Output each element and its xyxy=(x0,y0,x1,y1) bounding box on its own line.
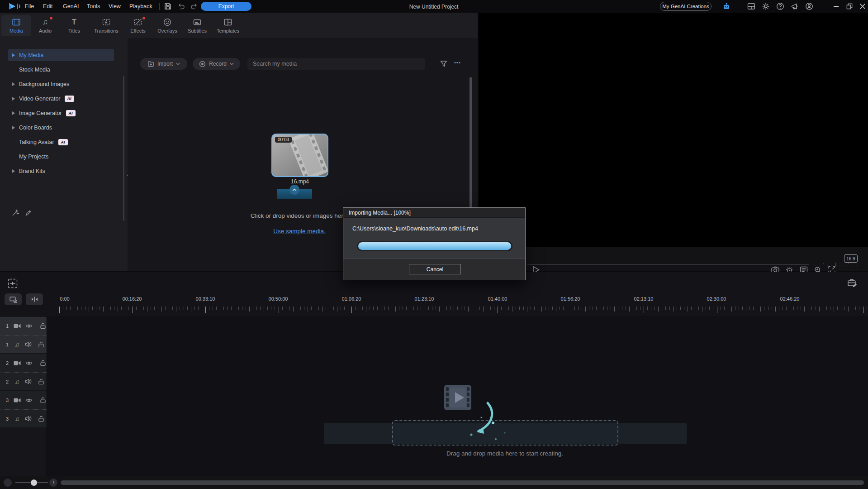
aspect-ratio-badge[interactable]: 16:9 xyxy=(844,254,858,263)
record-icon xyxy=(199,61,206,67)
unlock-icon[interactable] xyxy=(40,360,46,366)
track-header-video-2[interactable]: 2 xyxy=(0,354,47,372)
ai-badge: AI xyxy=(58,139,68,145)
layout-icon[interactable] xyxy=(747,2,755,10)
import-button[interactable]: Import xyxy=(140,58,187,70)
sidebar-item-video-generator[interactable]: Video Generator AI xyxy=(8,92,114,105)
sidebar-item-color-boards[interactable]: Color Boards xyxy=(8,121,114,134)
chevron-down-icon xyxy=(230,62,234,65)
dialog-footer: Cancel xyxy=(343,259,525,280)
more-options-icon[interactable]: ••• xyxy=(454,60,461,65)
sidebar-item-my-projects[interactable]: My Projects xyxy=(8,150,114,163)
eye-visibility-icon[interactable] xyxy=(25,398,33,403)
help-icon[interactable] xyxy=(776,2,784,10)
expand-arrow-icon xyxy=(12,82,15,86)
menu-playback[interactable]: Playback xyxy=(129,3,152,10)
search-input[interactable] xyxy=(247,58,425,70)
my-genai-creations-button[interactable]: My GenAI Creations xyxy=(660,2,711,11)
tab-transitions[interactable]: Transitions xyxy=(91,15,121,36)
preview-seek-bar[interactable] xyxy=(527,264,809,265)
menu-genai[interactable]: GenAI xyxy=(63,3,79,10)
minimize-button[interactable] xyxy=(831,2,840,10)
sidebar-item-background-images[interactable]: Background Images xyxy=(8,78,114,90)
close-button[interactable] xyxy=(858,2,867,10)
unlock-icon[interactable] xyxy=(40,323,46,329)
expand-arrow-icon xyxy=(12,169,15,173)
track-header-video-1[interactable]: 1 xyxy=(0,317,47,335)
announcement-megaphone-icon[interactable] xyxy=(791,2,799,10)
tab-effects[interactable]: Effects xyxy=(123,15,153,36)
tab-subtitles[interactable]: Subtitles xyxy=(182,15,212,36)
menu-file[interactable]: File xyxy=(25,3,34,10)
clip-duration-badge: 00:03 xyxy=(275,137,292,143)
record-button[interactable]: Record xyxy=(193,58,240,70)
menu-tools[interactable]: Tools xyxy=(87,3,100,10)
split-clip-button[interactable] xyxy=(26,293,43,305)
sidebar-item-talking-avatar[interactable]: Talking Avatar AI xyxy=(8,136,114,148)
sidebar-scrollbar[interactable] xyxy=(123,76,124,221)
restore-button[interactable] xyxy=(845,2,854,10)
menu-edit[interactable]: Edit xyxy=(43,3,53,10)
robot-icon[interactable] xyxy=(722,2,730,10)
eye-visibility-icon[interactable] xyxy=(25,360,33,366)
media-clip-thumbnail[interactable]: 00:03 xyxy=(271,134,328,177)
save-icon[interactable] xyxy=(164,2,172,10)
unlock-icon[interactable] xyxy=(40,397,46,403)
speaker-icon[interactable] xyxy=(25,416,32,422)
audio-note-icon: ♫ xyxy=(43,18,48,27)
zoom-out-button[interactable]: − xyxy=(4,479,12,487)
speaker-icon[interactable] xyxy=(25,379,32,384)
expand-arrow-icon xyxy=(12,126,15,129)
track-header-video-3[interactable]: 3 xyxy=(0,391,47,409)
unlock-icon[interactable] xyxy=(38,341,44,348)
tab-titles[interactable]: T Titles xyxy=(59,15,89,36)
menu-view[interactable]: View xyxy=(109,3,121,10)
preview-controls-bar: - - : - - | - - : - - xyxy=(479,247,868,271)
music-note-icon: ♫ xyxy=(14,341,20,348)
tab-media[interactable]: Media xyxy=(1,15,31,36)
expand-arrow-icon xyxy=(12,111,15,115)
timeline-horizontal-scrollbar[interactable] xyxy=(61,480,864,485)
account-icon[interactable] xyxy=(805,2,813,10)
toolbox-icon[interactable] xyxy=(847,277,859,289)
sidebar-item-brand-kits[interactable]: Brand Kits xyxy=(8,165,114,177)
settings-gear-icon[interactable] xyxy=(762,2,770,10)
tab-audio[interactable]: ♫ Audio xyxy=(30,15,60,36)
sidebar-item-my-media[interactable]: My Media xyxy=(8,49,114,61)
timeline-bottom-bar: − + xyxy=(0,476,868,489)
tab-overlays[interactable]: Overlays xyxy=(152,15,182,36)
sidebar-item-image-generator[interactable]: Image Generator AI xyxy=(8,107,114,119)
clip-name-label: 16.mp4 xyxy=(271,178,328,185)
media-icon xyxy=(12,18,21,27)
unlock-icon[interactable] xyxy=(38,416,44,422)
cancel-button[interactable]: Cancel xyxy=(409,264,461,274)
drop-arrow-graphic-icon xyxy=(461,379,516,443)
add-track-button[interactable] xyxy=(5,293,22,305)
timeline-track-area[interactable]: Drag and drop media here to start creati… xyxy=(47,316,868,476)
expand-arrow-icon xyxy=(12,97,15,101)
timeline-settings-icon[interactable] xyxy=(7,278,18,289)
ai-badge: AI xyxy=(66,110,76,116)
redo-icon[interactable] xyxy=(190,2,198,10)
speaker-icon[interactable] xyxy=(25,341,32,347)
importing-media-dialog: Importing Media... [100%] C:\Users\sloan… xyxy=(343,207,526,280)
import-progress-bar xyxy=(357,241,512,251)
track-header-audio-2[interactable]: 2 ♫ xyxy=(0,372,47,390)
preview-video-area[interactable] xyxy=(479,13,868,247)
track-header-audio-1[interactable]: 1 ♫ xyxy=(0,335,47,353)
chevron-down-icon xyxy=(176,62,180,65)
track-header-audio-3[interactable]: 3 ♫ xyxy=(0,409,47,427)
sidebar-item-stock-media[interactable]: Stock Media xyxy=(8,63,114,76)
import-progress-fill xyxy=(358,242,511,250)
video-camera-icon xyxy=(14,360,21,366)
zoom-slider-handle[interactable] xyxy=(31,479,37,486)
magic-wand-icon[interactable] xyxy=(12,209,19,216)
undo-icon[interactable] xyxy=(177,2,185,10)
filter-funnel-icon[interactable] xyxy=(440,60,448,68)
zoom-in-button[interactable]: + xyxy=(49,479,57,487)
draw-pencil-icon[interactable] xyxy=(25,209,32,216)
unlock-icon[interactable] xyxy=(38,379,44,385)
tab-templates[interactable]: Templates xyxy=(213,15,243,36)
eye-visibility-icon[interactable] xyxy=(25,323,33,329)
export-button[interactable]: Export xyxy=(201,2,251,11)
